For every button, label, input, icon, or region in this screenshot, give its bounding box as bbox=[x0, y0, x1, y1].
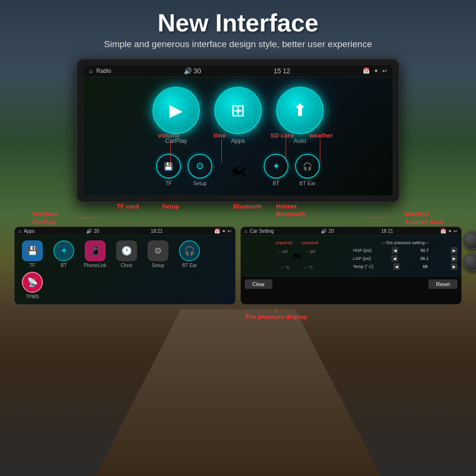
sd-icon: 📅 bbox=[363, 68, 370, 74]
tf-label: TF bbox=[165, 180, 171, 186]
app-tf[interactable]: 💾 TF bbox=[19, 240, 46, 268]
car-back: ↩ bbox=[454, 228, 457, 234]
car-setting-panel: ⌂ Car Setting 🔊 20 18 21 📅 ✦ ↩ bbox=[240, 227, 462, 305]
car-vol-value: 20 bbox=[328, 228, 334, 234]
bt-label: BT bbox=[273, 180, 279, 186]
apps-screen: 💾 TF ✦ BT bbox=[15, 236, 235, 304]
apps-home-icon: ⌂ bbox=[19, 228, 21, 234]
apps-circle[interactable]: ⊞ bbox=[214, 87, 262, 134]
annotation-setup: Setup bbox=[162, 203, 179, 210]
btear-icon: 🎧 bbox=[303, 162, 312, 171]
tire-setting-title: ---Tire pressure setting--- bbox=[353, 240, 458, 245]
tf-icon: 💾 bbox=[164, 162, 173, 171]
apps-back: ↩ bbox=[228, 228, 231, 234]
app-setup-label: Setup bbox=[152, 263, 164, 268]
app-bt-ear-icon[interactable]: 🎧 bbox=[179, 240, 200, 261]
apps-status-bar: ⌂ Apps 🔊 20 18:21 📅 ✦ ↩ bbox=[15, 227, 235, 236]
sensor-ball-1 bbox=[463, 231, 476, 249]
car-setting-status-bar: ⌂ Car Setting 🔊 20 18 21 📅 ✦ ↩ bbox=[241, 227, 461, 236]
car-home-icon: ⌂ bbox=[245, 228, 248, 234]
nav-icon: ⬆ bbox=[293, 100, 307, 120]
carplay-circle[interactable]: ▶ bbox=[152, 87, 200, 134]
lgp-down-btn[interactable]: ◀ bbox=[391, 255, 398, 262]
car-panel-label: Car Setting bbox=[250, 228, 274, 234]
brightness-icon: ✦ bbox=[374, 68, 378, 74]
lgp-up-btn[interactable]: ▶ bbox=[451, 255, 457, 262]
btear-icon-item[interactable]: 🎧 BT Ear bbox=[295, 154, 320, 186]
lgp-value: 26.1 bbox=[418, 256, 430, 261]
app-phonelink-label: PhoneLink bbox=[84, 263, 106, 268]
apps-label: Apps bbox=[231, 137, 245, 144]
temp-up-btn[interactable]: ▶ bbox=[451, 263, 457, 270]
app-bt-label: BT bbox=[61, 263, 67, 268]
hgp-up-btn[interactable]: ▶ bbox=[451, 247, 457, 254]
annotation-helmet-bluetooth: HelmetBluetooth bbox=[276, 203, 305, 218]
btear-circle[interactable]: 🎧 bbox=[295, 154, 320, 178]
back-icon: ↩ bbox=[382, 68, 387, 74]
apps-panel-label: Apps bbox=[24, 228, 35, 234]
car-brightness: ✦ bbox=[448, 228, 452, 234]
time-display: 15 12 bbox=[274, 67, 290, 75]
app-phonelink[interactable]: 📱 PhoneLink bbox=[81, 240, 109, 268]
left-sensor-status: unpaired bbox=[276, 240, 292, 245]
bt-circle[interactable]: ✦ bbox=[264, 154, 288, 178]
sensor-ball-2 bbox=[463, 253, 476, 271]
auto-label: Auto bbox=[294, 137, 307, 144]
right-sensor-status: unpaired bbox=[302, 240, 318, 245]
app-setup[interactable]: ⚙ Setup bbox=[144, 240, 172, 268]
annotation-time: time bbox=[213, 132, 226, 139]
annotation-weather: weather bbox=[309, 132, 333, 139]
tire-settings: ---Tire pressure setting--- HGP (psi) ◀ … bbox=[353, 240, 458, 271]
clear-button[interactable]: Clear bbox=[245, 279, 272, 289]
home-icon: ⌂ bbox=[89, 68, 92, 74]
app-tpms[interactable]: 📡 TPMS bbox=[19, 272, 46, 299]
app-setup-icon[interactable]: ⚙ bbox=[148, 240, 169, 261]
app-tpms-label: TPMS bbox=[26, 294, 39, 299]
setup-circle[interactable]: ⚙ bbox=[188, 154, 212, 178]
tf-icon-item[interactable]: 💾 TF bbox=[156, 154, 181, 186]
tire-visual: unpaired unpaired -- psi 🏍 bbox=[245, 240, 349, 271]
tf-circle[interactable]: 💾 bbox=[156, 154, 181, 178]
right-psi: -- psi bbox=[306, 249, 316, 254]
hgp-down-btn[interactable]: ◀ bbox=[392, 247, 398, 254]
app-clock[interactable]: 🕐 Clock bbox=[113, 240, 140, 268]
car-sd-icon: 📅 bbox=[440, 228, 446, 234]
tire-pressure-annotation: Tire pressure display bbox=[245, 313, 307, 320]
app-tf-label: TF bbox=[30, 263, 35, 268]
apps-sd-icon: 📅 bbox=[214, 228, 220, 234]
temp-value: 68 bbox=[419, 264, 431, 269]
auto-circle[interactable]: ⬆ bbox=[276, 87, 324, 134]
setup-label: Setup bbox=[193, 180, 207, 186]
temp-down-btn[interactable]: ◀ bbox=[393, 263, 400, 270]
volume-value: 30 bbox=[194, 67, 201, 75]
app-bt[interactable]: ✦ BT bbox=[50, 240, 78, 268]
apps-brightness: ✦ bbox=[222, 228, 226, 234]
app-clock-icon[interactable]: 🕐 bbox=[116, 240, 137, 261]
panel-buttons: Clear Reset bbox=[241, 276, 461, 292]
car-vol-icon: 🔊 bbox=[321, 228, 327, 234]
app-bt-icon[interactable]: ✦ bbox=[53, 240, 74, 261]
main-screen-content: ▶ CarPlay ⊞ Apps bbox=[83, 77, 393, 196]
left-psi: -- psi bbox=[278, 249, 288, 254]
annotation-sd-card: SD card bbox=[270, 132, 294, 139]
app-tpms-icon[interactable]: 📡 bbox=[22, 272, 43, 293]
car-setting-screen: unpaired unpaired -- psi 🏍 bbox=[241, 236, 461, 276]
page-title: New Interface bbox=[0, 9, 476, 37]
hgp-label: HGP (psi) bbox=[353, 248, 372, 253]
setup-icon: ⚙ bbox=[196, 160, 204, 172]
play-icon: ▶ bbox=[169, 100, 183, 120]
main-screen-status-bar: ⌂ Radio 🔊 30 15 12 📅 ✦ bbox=[83, 65, 393, 77]
page-subtitle: Simple and generous interface design sty… bbox=[0, 39, 476, 50]
bt-icon-item[interactable]: ✦ BT bbox=[264, 154, 288, 186]
app-clock-label: Clock bbox=[120, 263, 132, 268]
temp-label: Temp (° C) bbox=[353, 264, 374, 269]
left-sensor: unpaired bbox=[276, 240, 292, 245]
reset-button[interactable]: Reset bbox=[428, 279, 457, 289]
app-bt-ear[interactable]: 🎧 BT Ear bbox=[176, 240, 203, 268]
setup-icon-item[interactable]: ⚙ Setup bbox=[188, 154, 212, 186]
grid-icon: ⊞ bbox=[231, 100, 245, 120]
volume-icon: 🔊 bbox=[184, 67, 192, 75]
app-tf-icon[interactable]: 💾 bbox=[22, 240, 43, 261]
lgp-row: LGP (psi) ◀ 26.1 ▶ bbox=[353, 255, 458, 262]
app-phonelink-icon[interactable]: 📱 bbox=[85, 240, 106, 261]
